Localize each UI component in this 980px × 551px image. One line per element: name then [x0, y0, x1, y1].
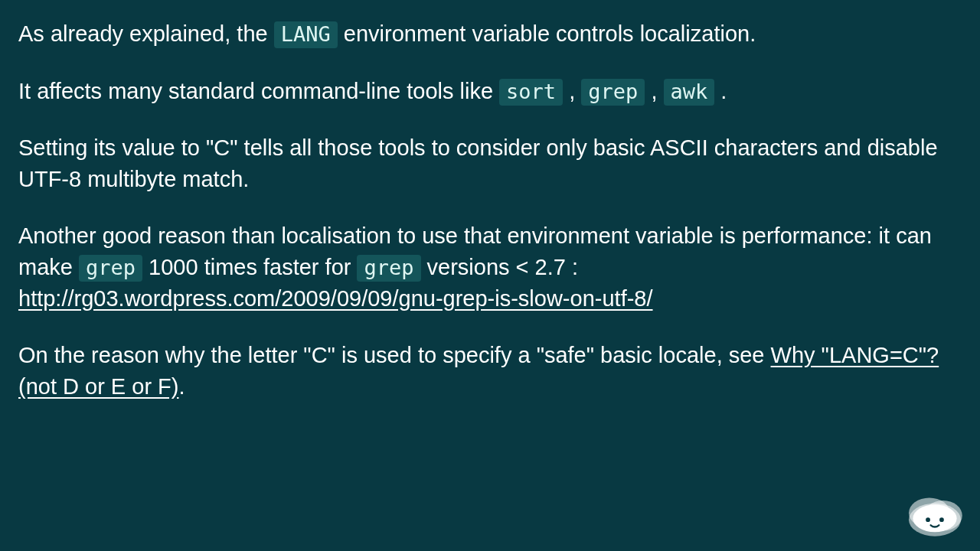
mascot-cloud-icon: [900, 488, 969, 540]
paragraph-3: Setting its value to "C" tells all those…: [18, 132, 962, 194]
code-grep: grep: [357, 255, 420, 282]
text: As already explained, the: [18, 21, 274, 46]
text: On the reason why the letter "C" is used…: [18, 343, 771, 367]
paragraph-4: Another good reason than localisation to…: [18, 220, 962, 314]
paragraph-1: As already explained, the LANG environme…: [18, 18, 962, 50]
svg-point-5: [939, 517, 944, 522]
text: 1000 times faster for: [142, 255, 357, 279]
text: versions < 2.7 :: [421, 255, 579, 279]
code-sort: sort: [499, 79, 563, 106]
text: ,: [645, 79, 663, 103]
text: .: [179, 374, 185, 399]
paragraph-5: On the reason why the letter "C" is used…: [18, 340, 962, 402]
code-lang: LANG: [274, 21, 338, 48]
code-awk: awk: [664, 79, 715, 106]
paragraph-2: It affects many standard command-line to…: [18, 76, 962, 107]
text: .: [714, 79, 727, 103]
svg-point-4: [926, 517, 930, 522]
code-grep: grep: [581, 79, 645, 106]
text: environment variable controls localizati…: [338, 21, 756, 46]
text: ,: [563, 79, 581, 103]
code-grep: grep: [79, 255, 142, 282]
link-grep-utf8-article[interactable]: http://rg03.wordpress.com/2009/09/09/gnu…: [18, 286, 653, 311]
text: It affects many standard command-line to…: [18, 79, 499, 103]
svg-point-3: [913, 504, 956, 532]
article-body: As already explained, the LANG environme…: [0, 0, 980, 402]
